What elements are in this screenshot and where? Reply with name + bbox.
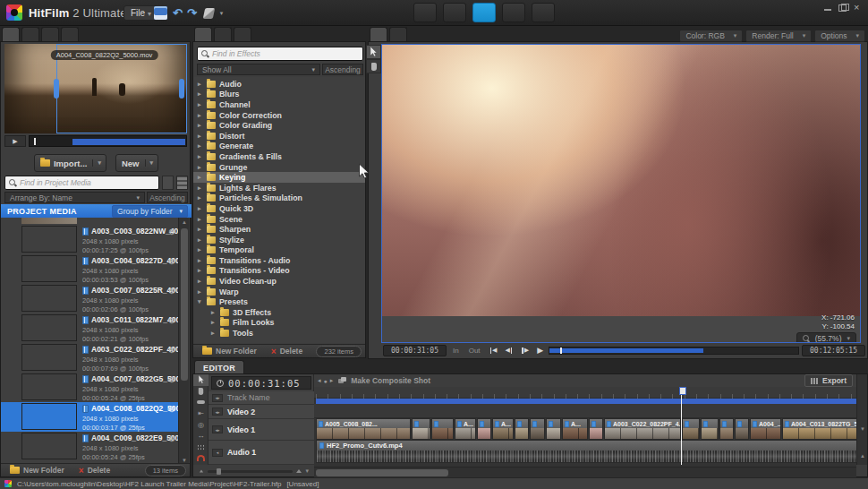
video2-track-lane[interactable] [314,404,856,418]
slice-tool[interactable] [193,397,208,408]
effects-category-row[interactable]: Lights & Flares [193,183,365,193]
effects-category-row[interactable]: Distort [193,131,365,142]
effects-panel-tab[interactable] [194,27,212,41]
expand-triangle-icon[interactable] [211,319,217,326]
expand-triangle-icon[interactable] [198,216,203,223]
expand-triangle-icon[interactable] [198,142,203,150]
effects-category-row[interactable]: Particles & Simulation [193,193,365,204]
grid-view-button[interactable] [176,176,188,190]
trimmer-scrubber[interactable] [29,135,187,147]
media-search-input[interactable]: Find in Project Media [4,176,159,190]
media-list-item[interactable]: A004_C007_0822G5_5000.mov 2048 x 1080 pi… [1,373,179,402]
effects-panel-tab[interactable] [214,27,232,41]
expand-triangle-icon[interactable] [198,246,203,253]
audio-clip[interactable]: HF2_Promo_Cutv6.mp4 [316,440,856,463]
expand-triangle-icon[interactable] [211,330,217,337]
sort-order-button[interactable]: Ascending [147,192,188,203]
timeline-export-button[interactable]: Export [804,374,853,387]
viewer-canvas[interactable]: X: -721.06 Y: -100.54 (55.7%) ▾ [381,44,861,343]
options-dropdown[interactable]: Options▾ [814,30,865,42]
scroll-up-icon[interactable]: ▲ [179,218,190,227]
timeline-clip[interactable] [682,418,700,440]
effects-category-row[interactable]: Grunge [193,162,365,173]
track-collapse-icon[interactable]: ◂▸ [212,394,223,402]
nav-button[interactable] [443,3,466,22]
expand-triangle-icon[interactable] [198,122,203,129]
editor-tab[interactable]: EDITOR [194,360,244,374]
timeline-clip[interactable] [530,418,545,440]
chevron-down-icon[interactable]: ▾ [305,468,309,475]
clip-settings-gear-icon[interactable]: ⚙ [168,316,175,325]
media-list-item[interactable]: A003_C003_0822NW_400%.mov 2048 x 1080 pi… [1,225,179,254]
scrollbar-thumb[interactable] [316,469,448,476]
go-to-start-button[interactable]: ◀ [487,347,500,354]
expand-triangle-icon[interactable] [198,236,203,244]
viewer-panel-tab[interactable] [370,27,387,41]
fx-new-folder-button[interactable]: New Folder [197,346,262,357]
partially-scrolled-item[interactable] [21,218,77,224]
list-view-button[interactable] [162,176,174,190]
close-button[interactable]: × [854,4,863,12]
track-header-name[interactable]: ◂▸ Track Name [208,391,314,405]
set-in-point-button[interactable]: In [449,347,463,355]
media-panel-tab[interactable] [61,27,79,41]
timeline-clip[interactable] [735,418,749,440]
timeline-mini-nav[interactable]: ◂●▸ [318,377,333,384]
clip-settings-gear-icon[interactable]: ⚙ [168,257,175,266]
timeline-playhead[interactable] [681,387,682,465]
scroll-down-icon[interactable]: ▼ [857,426,868,432]
effects-category-row[interactable]: Audio [193,79,365,90]
preview-play-button[interactable]: ▶ [4,135,26,147]
expand-triangle-icon[interactable] [198,257,203,264]
effects-category-row[interactable]: Presets [193,296,365,307]
timeline-clip[interactable] [701,418,719,440]
media-panel-tab[interactable] [41,27,59,41]
timeline-clip[interactable]: A... [455,418,476,440]
track-header-video2[interactable]: ◂▸ Video 2 [208,405,314,419]
clip-settings-gear-icon[interactable]: ⚙ [168,375,175,384]
viewer-seek-bar[interactable] [549,347,799,355]
effects-category-row[interactable]: Keying [193,172,365,183]
group-by-dropdown[interactable]: Group by Folder▾ [112,205,188,218]
restore-button[interactable] [838,4,847,12]
step-back-button[interactable]: ◀ [502,347,515,354]
effects-category-row[interactable]: Transitions - Audio [193,255,365,266]
media-list-item[interactable]: A003_C011_0822M7_400%.mov 2048 x 1080 pi… [1,313,179,343]
timeline-zoom-slider[interactable]: ▾ [193,465,314,477]
clip-settings-gear-icon[interactable]: ⚙ [168,287,175,296]
expand-triangle-icon[interactable] [198,278,203,285]
effects-panel-tab[interactable] [234,27,251,41]
speaker-icon[interactable]: ◂ [212,449,223,457]
timeline-vertical-scrollbar[interactable]: ▼ ▲ [856,374,867,465]
effects-category-row[interactable]: Scene [193,214,365,225]
zoom-in-icon[interactable] [296,469,302,473]
expand-triangle-icon[interactable] [198,101,203,108]
effects-category-row[interactable]: Temporal [193,245,365,256]
effects-category-row[interactable]: Sharpen [193,224,365,235]
timeline-ruler[interactable] [314,387,856,399]
effects-category-row[interactable]: Transitions - Video [193,266,365,277]
media-panel-tab[interactable] [21,27,39,41]
timeline-clip[interactable]: A004_... [750,418,781,440]
media-list-item[interactable]: A004_C008_0822Q2_5000.mov 2048 x 1080 pi… [1,402,179,432]
expand-triangle-icon[interactable] [198,205,203,212]
trim-out-handle[interactable] [179,79,184,99]
color-channel-dropdown[interactable]: Color: RGB▾ [679,30,743,42]
timeline-clip[interactable] [546,418,561,440]
render-quality-dropdown[interactable]: Render: Full▾ [745,30,812,42]
media-list-item[interactable]: A003_C007_08225R_400%.mov 2048 x 1080 pi… [1,284,179,313]
slip-tool[interactable]: ⇤ [193,408,208,420]
rate-stretch-tool[interactable]: ◎ [193,419,208,431]
effects-category-row[interactable]: Color Correction [193,110,365,121]
effects-search-input[interactable]: Find in Effects [197,47,363,61]
media-panel-tab[interactable] [2,27,20,41]
media-trimmer-preview[interactable]: A004_C008_0822Q2_5000.mov [4,44,187,133]
track-header-audio1[interactable]: ◂ Audio 1 [208,441,314,465]
effects-category-row[interactable]: Channel [193,99,365,110]
expand-triangle-icon[interactable] [198,164,203,171]
effects-category-row[interactable]: Blurs [193,90,365,100]
timeline-select-tool[interactable] [193,374,208,386]
media-list-scrollbar[interactable]: ▲ ▼ [178,218,189,465]
viewer-zoom-dropdown[interactable]: (55.7%) ▾ [796,332,856,343]
viewer-panel-tab[interactable] [389,27,407,41]
